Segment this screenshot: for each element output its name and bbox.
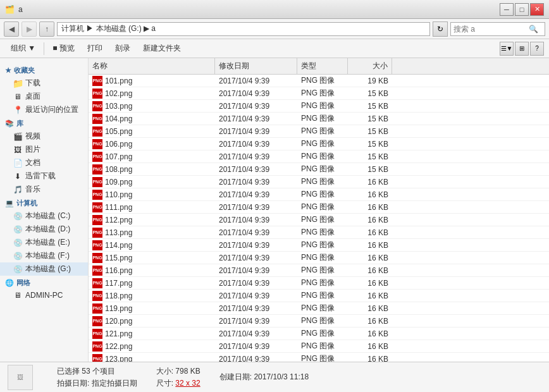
- table-row[interactable]: PNG 115.png 2017/10/4 9:39 PNG 图像 16 KB: [89, 252, 549, 264]
- file-date: 2017/10/4 9:39: [215, 114, 297, 124]
- table-row[interactable]: PNG 104.png 2017/10/4 9:39 PNG 图像 15 KB: [89, 113, 549, 125]
- address-path[interactable]: 计算机 ▶ 本地磁盘 (G:) ▶ a: [57, 22, 430, 36]
- png-file-icon: PNG: [92, 291, 102, 301]
- video-icon: 🎬: [13, 132, 23, 142]
- thumbnail-preview: 🖼: [8, 365, 33, 390]
- file-date: 2017/10/4 9:39: [215, 316, 297, 326]
- table-row[interactable]: PNG 119.png 2017/10/4 9:39 PNG 图像 16 KB: [89, 302, 549, 315]
- main-layout: ★ 收藏夹 📁 下载 🖥 桌面 📍 最近访问的位置 📚 库 🎬 视频 🖼 图片: [0, 58, 549, 362]
- toolbar-right: ☰▼ ⊞ ?: [500, 42, 544, 56]
- refresh-button[interactable]: ↻: [433, 21, 448, 37]
- record-button[interactable]: 刻录: [109, 41, 136, 56]
- file-date: 2017/10/4 9:39: [215, 253, 297, 263]
- sidebar-item-drive-f[interactable]: 💿 本地磁盘 (F:): [0, 249, 88, 262]
- sidebar-docs-label: 文档: [25, 157, 40, 168]
- recent-icon: 📍: [13, 105, 23, 115]
- sidebar-item-drive-g[interactable]: 💿 本地磁盘 (G:): [0, 262, 88, 276]
- organize-button[interactable]: 组织 ▼: [5, 41, 41, 56]
- title-bar: 🗂️ a ─ □ ✕: [0, 0, 549, 19]
- sidebar-item-drive-e[interactable]: 💿 本地磁盘 (E:): [0, 236, 88, 249]
- table-row[interactable]: PNG 121.png 2017/10/4 9:39 PNG 图像 16 KB: [89, 328, 549, 340]
- table-row[interactable]: PNG 103.png 2017/10/4 9:39 PNG 图像 15 KB: [89, 100, 549, 113]
- table-row[interactable]: PNG 113.png 2017/10/4 9:39 PNG 图像 16 KB: [89, 226, 549, 239]
- file-date: 2017/10/4 9:39: [215, 177, 297, 187]
- file-size: 16 KB: [348, 266, 392, 276]
- table-row[interactable]: PNG 101.png 2017/10/4 9:39 PNG 图像 19 KB: [89, 75, 549, 87]
- sidebar-item-docs[interactable]: 📄 文档: [0, 156, 88, 169]
- table-row[interactable]: PNG 114.png 2017/10/4 9:39 PNG 图像 16 KB: [89, 239, 549, 252]
- status-dimensions-value[interactable]: 32 x 32: [175, 379, 200, 388]
- file-name: 120.png: [105, 317, 132, 326]
- file-name: 114.png: [105, 241, 132, 250]
- file-type: PNG 图像: [297, 201, 348, 213]
- table-row[interactable]: PNG 120.png 2017/10/4 9:39 PNG 图像 16 KB: [89, 315, 549, 328]
- favorites-title: 收藏夹: [14, 66, 35, 75]
- table-row[interactable]: PNG 107.png 2017/10/4 9:39 PNG 图像 15 KB: [89, 150, 549, 163]
- table-row[interactable]: PNG 123.png 2017/10/4 9:39 PNG 图像 16 KB: [89, 353, 549, 362]
- table-row[interactable]: PNG 108.png 2017/10/4 9:39 PNG 图像 15 KB: [89, 163, 549, 176]
- status-bar: 🖼 已选择 53 个项目 拍摄日期: 指定拍摄日期 大小: 798 KB 尺寸:…: [0, 362, 549, 392]
- print-button[interactable]: 打印: [82, 41, 108, 56]
- table-row[interactable]: PNG 122.png 2017/10/4 9:39 PNG 图像 16 KB: [89, 340, 549, 353]
- new-folder-button[interactable]: 新建文件夹: [137, 41, 187, 56]
- help-button[interactable]: ?: [530, 42, 544, 56]
- column-header-type[interactable]: 类型: [297, 58, 348, 74]
- forward-button[interactable]: ▶: [22, 21, 37, 37]
- table-row[interactable]: PNG 106.png 2017/10/4 9:39 PNG 图像 15 KB: [89, 138, 549, 150]
- file-date: 2017/10/4 9:39: [215, 278, 297, 288]
- table-row[interactable]: PNG 117.png 2017/10/4 9:39 PNG 图像 16 KB: [89, 277, 549, 290]
- details-view-button[interactable]: ⊞: [515, 42, 529, 56]
- table-row[interactable]: PNG 102.png 2017/10/4 9:39 PNG 图像 15 KB: [89, 87, 549, 100]
- table-row[interactable]: PNG 118.png 2017/10/4 9:39 PNG 图像 16 KB: [89, 290, 549, 302]
- back-button[interactable]: ◀: [4, 21, 19, 37]
- table-row[interactable]: PNG 111.png 2017/10/4 9:39 PNG 图像 16 KB: [89, 201, 549, 214]
- window-icon: 🗂️: [5, 5, 15, 14]
- file-type: PNG 图像: [297, 302, 348, 314]
- file-name: 113.png: [105, 228, 132, 237]
- computer-title: 计算机: [16, 199, 37, 208]
- png-file-icon: PNG: [92, 278, 102, 288]
- file-list-container[interactable]: 名称 修改日期 类型 大小 PNG 101.png 2017/10/4 9:39…: [89, 58, 549, 362]
- sidebar-item-video[interactable]: 🎬 视频: [0, 130, 88, 143]
- table-row[interactable]: PNG 105.png 2017/10/4 9:39 PNG 图像 15 KB: [89, 125, 549, 138]
- file-type: PNG 图像: [297, 315, 348, 327]
- minimize-button[interactable]: ─: [500, 3, 514, 16]
- close-button[interactable]: ✕: [530, 3, 544, 16]
- table-row[interactable]: PNG 109.png 2017/10/4 9:39 PNG 图像 16 KB: [89, 176, 549, 188]
- search-box[interactable]: 🔍: [450, 22, 545, 36]
- file-name: 101.png: [105, 77, 132, 85]
- sidebar-item-recent[interactable]: 📍 最近访问的位置: [0, 103, 88, 116]
- column-header-date[interactable]: 修改日期: [215, 58, 297, 74]
- preview-button[interactable]: ■ 预览: [47, 41, 80, 56]
- status-dimensions: 尺寸: 32 x 32: [156, 378, 200, 389]
- library-section: 📚 库: [0, 116, 88, 130]
- sidebar-item-images[interactable]: 🖼 图片: [0, 143, 88, 156]
- search-input[interactable]: [451, 25, 527, 34]
- sidebar-item-drive-c[interactable]: 💿 本地磁盘 (C:): [0, 209, 88, 223]
- view-options-button[interactable]: ☰▼: [500, 42, 514, 56]
- column-header-name[interactable]: 名称: [89, 58, 215, 74]
- drive-f-icon: 💿: [13, 251, 23, 261]
- file-name: 111.png: [105, 203, 132, 212]
- table-row[interactable]: PNG 110.png 2017/10/4 9:39 PNG 图像 16 KB: [89, 188, 549, 201]
- sidebar-item-desktop[interactable]: 🖥 桌面: [0, 90, 88, 103]
- sidebar-item-music[interactable]: 🎵 音乐: [0, 183, 88, 196]
- column-header-size[interactable]: 大小: [348, 58, 392, 74]
- file-date: 2017/10/4 9:39: [215, 215, 297, 225]
- maximize-button[interactable]: □: [515, 3, 529, 16]
- file-size: 16 KB: [348, 303, 392, 314]
- sidebar-item-admin-pc[interactable]: 🖥 ADMIN-PC: [0, 289, 88, 302]
- file-name: 116.png: [105, 266, 132, 275]
- sidebar-drive-c-label: 本地磁盘 (C:): [25, 211, 70, 221]
- sidebar-item-xunlei[interactable]: ⬇ 迅雷下载: [0, 169, 88, 183]
- file-date: 2017/10/4 9:39: [215, 354, 297, 362]
- sidebar-item-drive-d[interactable]: 💿 本地磁盘 (D:): [0, 223, 88, 236]
- file-date: 2017/10/4 9:39: [215, 228, 297, 238]
- sidebar-item-download[interactable]: 📁 下载: [0, 77, 88, 90]
- table-row[interactable]: PNG 116.png 2017/10/4 9:39 PNG 图像 16 KB: [89, 264, 549, 277]
- table-row[interactable]: PNG 112.png 2017/10/4 9:39 PNG 图像 16 KB: [89, 214, 549, 226]
- png-file-icon: PNG: [92, 316, 102, 326]
- png-file-icon: PNG: [92, 126, 102, 137]
- up-button[interactable]: ↑: [39, 21, 54, 37]
- file-list-header: 名称 修改日期 类型 大小: [89, 58, 549, 75]
